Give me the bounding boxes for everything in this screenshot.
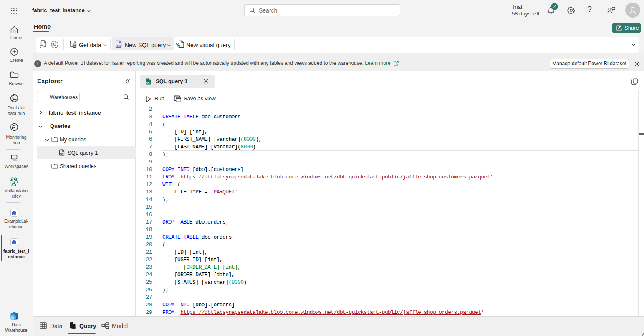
svg-text:SQL: SQL [146, 82, 150, 84]
svg-text:SQL: SQL [116, 45, 121, 47]
svg-text:SQL: SQL [60, 153, 64, 155]
